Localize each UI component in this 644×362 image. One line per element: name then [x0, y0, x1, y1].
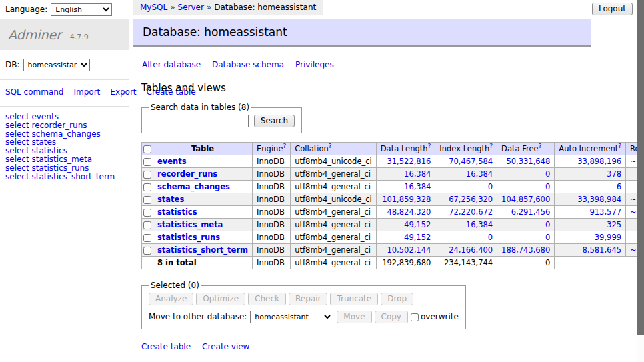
table-name-link[interactable]: statistics_runs: [157, 233, 220, 242]
move-button[interactable]: Move: [337, 311, 371, 323]
index_length-cell: 0: [435, 231, 497, 244]
language-select[interactable]: English: [51, 3, 112, 16]
auto_increment-cell: 8,581,645: [555, 244, 626, 257]
table-name-link[interactable]: schema_changes: [157, 182, 230, 191]
auto_increment-cell: 33,898,196: [555, 155, 626, 168]
check-button[interactable]: Check: [248, 293, 286, 305]
breadcrumb-link[interactable]: Server: [178, 3, 204, 12]
data_free-link[interactable]: 104,857,600: [501, 195, 550, 204]
table-name-cell: statistics_meta: [153, 219, 253, 231]
index_length-link[interactable]: 67,256,320: [449, 195, 493, 204]
menu-link-sql-command[interactable]: SQL command: [5, 87, 63, 97]
table-name-link[interactable]: statistics_meta: [157, 220, 223, 229]
index_length-link[interactable]: 0: [488, 182, 493, 191]
scrollbar-thumb[interactable]: [637, 0, 644, 335]
help-icon: ?: [539, 143, 542, 149]
auto_increment-cell: 913,577: [555, 206, 626, 219]
menu-link-import[interactable]: Import: [73, 87, 100, 97]
table-name-cell: statistics_short_term: [153, 244, 253, 257]
data_length-link[interactable]: 31,522,816: [387, 157, 431, 166]
row-checkbox[interactable]: [143, 196, 151, 204]
data_length-link[interactable]: 49,152: [404, 233, 431, 242]
analyze-button[interactable]: Analyze: [149, 293, 193, 305]
row-checkbox[interactable]: [143, 209, 151, 217]
copy-button[interactable]: Copy: [375, 311, 408, 323]
adminer-logo[interactable]: Adminer: [8, 27, 61, 42]
data_length-link[interactable]: 49,152: [404, 220, 431, 229]
table-name-link[interactable]: statistics_short_term: [157, 245, 248, 255]
overwrite-checkbox[interactable]: [411, 313, 419, 321]
data_free-cell: 0: [497, 181, 555, 193]
action-link-alter-database[interactable]: Alter database: [142, 60, 201, 69]
truncate-button[interactable]: Truncate: [330, 293, 378, 305]
row-checkbox[interactable]: [143, 221, 151, 229]
engine-cell: InnoDB: [253, 193, 291, 206]
row-checkbox[interactable]: [143, 171, 151, 179]
total-label-cell: 8 in total: [153, 257, 253, 269]
action-link-privileges[interactable]: Privileges: [295, 60, 334, 69]
table-name-link[interactable]: statistics: [157, 207, 197, 217]
row-checkbox-cell: [142, 168, 153, 181]
data_length-link[interactable]: 16,384: [404, 169, 431, 179]
index_length-link[interactable]: 24,166,400: [449, 245, 493, 255]
auto_increment-link[interactable]: 325: [607, 220, 621, 229]
help-link[interactable]: ?: [618, 143, 621, 149]
data_free-link[interactable]: 6,291,456: [511, 207, 551, 217]
db-select[interactable]: homeassistant: [23, 59, 90, 71]
data_length-link[interactable]: 16,384: [404, 182, 431, 191]
data_length-link[interactable]: 10,502,144: [387, 245, 431, 255]
move-db-select[interactable]: homeassistant: [250, 311, 333, 323]
engine-cell: InnoDB: [253, 244, 291, 257]
row-checkbox[interactable]: [143, 247, 151, 255]
menu-link-export[interactable]: Export: [110, 87, 136, 97]
search-button[interactable]: Search: [254, 115, 295, 127]
auto_increment-link[interactable]: 33,898,196: [577, 157, 621, 166]
repair-button[interactable]: Repair: [289, 293, 327, 305]
data_length-link[interactable]: 101,859,328: [382, 195, 431, 204]
index_length-link[interactable]: 0: [488, 233, 493, 242]
index_length-link[interactable]: 16,384: [466, 169, 493, 179]
create-link-create-table[interactable]: Create table: [141, 342, 191, 351]
auto_increment-link[interactable]: 39,999: [595, 233, 621, 242]
data_free-link[interactable]: 50,331,648: [506, 157, 550, 166]
data_free-link[interactable]: 0: [545, 233, 550, 242]
vertical-scrollbar[interactable]: [637, 0, 644, 362]
auto_increment-link[interactable]: 8,581,645: [583, 245, 622, 255]
help-link[interactable]: ?: [329, 143, 332, 149]
column-header-index_length: Index Length?: [435, 143, 497, 155]
data_length-cell: 101,859,328: [376, 193, 435, 206]
data_free-link[interactable]: 0: [545, 220, 550, 229]
help-link[interactable]: ?: [428, 143, 431, 149]
table-name-link[interactable]: recorder_runs: [157, 169, 217, 179]
data_length-link[interactable]: 48,824,320: [387, 207, 431, 217]
overwrite-label[interactable]: overwrite: [421, 312, 459, 321]
drop-button[interactable]: Drop: [381, 293, 413, 305]
search-input[interactable]: [149, 115, 249, 127]
table-name-link[interactable]: events: [157, 157, 187, 166]
auto_increment-link[interactable]: 6: [617, 182, 621, 191]
table-name-link[interactable]: states: [157, 195, 184, 204]
data_free-link[interactable]: 0: [545, 169, 550, 179]
create-link-create-view[interactable]: Create view: [202, 342, 249, 351]
help-link[interactable]: ?: [489, 143, 493, 149]
help-link[interactable]: ?: [539, 143, 542, 149]
optimize-button[interactable]: Optimize: [196, 293, 245, 305]
help-link[interactable]: ?: [283, 143, 286, 149]
breadcrumb-link[interactable]: MySQL: [140, 3, 167, 12]
row-checkbox[interactable]: [143, 158, 151, 166]
language-label: Language:: [5, 5, 47, 14]
sidebar-table-link[interactable]: select statistics_short_term: [5, 172, 115, 181]
index_length-link[interactable]: 72,220,672: [449, 207, 493, 217]
index_length-link[interactable]: 16,384: [466, 220, 493, 229]
auto_increment-link[interactable]: 378: [607, 169, 621, 179]
action-link-database-schema[interactable]: Database schema: [212, 60, 284, 69]
auto_increment-link[interactable]: 33,398,984: [577, 195, 621, 204]
data_free-link[interactable]: 0: [545, 182, 550, 191]
index_length-link[interactable]: 70,467,584: [449, 157, 493, 166]
row-checkbox[interactable]: [143, 183, 151, 191]
data_free-link[interactable]: 188,743,680: [501, 245, 550, 255]
selected-fieldset: Selected (0) AnalyzeOptimizeCheckRepairT…: [141, 281, 466, 329]
auto_increment-link[interactable]: 913,577: [589, 207, 621, 217]
select-all-checkbox[interactable]: [143, 145, 151, 153]
row-checkbox[interactable]: [143, 234, 151, 242]
